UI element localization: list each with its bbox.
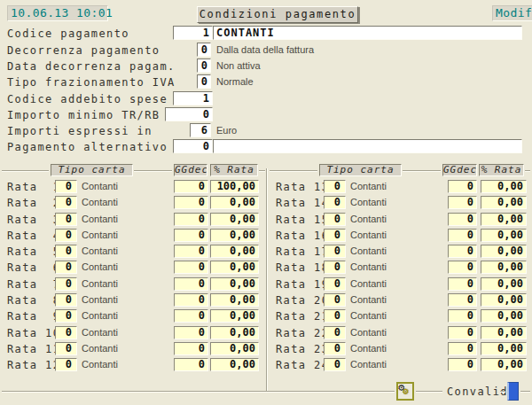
rata-pct-input[interactable]: 0,00 [210,358,259,371]
rata-tipo-carta-input[interactable]: 0 [55,180,77,193]
rata-ggdec-input[interactable]: 0 [448,229,477,242]
rata-ggdec-input[interactable]: 0 [448,342,477,355]
rata-label: Rata 14 [276,197,329,209]
tipo-frazionamento-input[interactable]: 0 [197,74,211,89]
rata-carta-text: Contanti [350,294,387,305]
rata-ggdec-input[interactable]: 0 [448,245,477,258]
data-decorrenza-desc: Non attiva [216,60,261,71]
rata-ggdec-input[interactable]: 0 [174,180,208,193]
rata-tipo-carta-input[interactable]: 0 [324,277,346,291]
rata-tipo-carta-input[interactable]: 0 [324,326,346,339]
rata-tipo-carta-input[interactable]: 0 [324,229,346,242]
rata-ggdec-input[interactable]: 0 [448,196,477,209]
column-divider [266,168,268,392]
rata-pct-input[interactable]: 0,00 [210,309,259,323]
rata-pct-input[interactable]: 100,00 [210,180,259,193]
codice-addebito-input[interactable]: 1 [173,91,213,105]
rata-ggdec-input[interactable]: 0 [448,180,477,193]
importi-espressi-input[interactable]: 6 [190,123,211,137]
rata-pct-input[interactable]: 0,00 [481,293,527,307]
rata-tipo-carta-input[interactable]: 0 [55,309,77,323]
rata-ggdec-input[interactable]: 0 [448,261,477,274]
rata-pct-input[interactable]: 0,00 [481,229,527,242]
rata-pct-input[interactable]: 0,00 [481,180,527,193]
rata-tipo-carta-input[interactable]: 0 [324,196,346,209]
rata-tipo-carta-input[interactable]: 0 [324,213,346,226]
convalida-button[interactable] [507,382,519,401]
rata-row: Rata 13 0 Contanti 0 0,00 [276,179,532,195]
rata-tipo-carta-input[interactable]: 0 [324,245,346,258]
rata-ggdec-input[interactable]: 0 [448,277,477,291]
rata-ggdec-input[interactable]: 0 [448,326,477,339]
rata-ggdec-input[interactable]: 0 [174,358,208,371]
codice-pagamento-input[interactable]: 1 [173,26,213,40]
rata-pct-input[interactable]: 0,00 [210,293,259,307]
rata-ggdec-input[interactable]: 0 [448,213,477,226]
rata-label: Rata 2 [7,197,60,209]
codice-addebito-label: Codice addebito spese [7,93,168,105]
rata-pct-input[interactable]: 0,00 [210,245,259,258]
rata-tipo-carta-input[interactable]: 0 [324,180,346,193]
rata-pct-input[interactable]: 0,00 [481,309,527,323]
title-button[interactable]: Condizioni pagamento [197,6,358,23]
data-decorrenza-input[interactable]: 0 [197,58,211,73]
rata-ggdec-input[interactable]: 0 [174,261,208,274]
rata-label: Rata 4 [7,230,60,242]
rata-tipo-carta-input[interactable]: 0 [55,326,77,339]
rata-pct-input[interactable]: 0,00 [210,277,259,291]
rata-pct-input[interactable]: 0,00 [481,342,527,355]
rata-tipo-carta-input[interactable]: 0 [55,277,77,291]
rata-pct-input[interactable]: 0,00 [210,261,259,274]
rata-tipo-carta-input[interactable]: 0 [55,213,77,226]
rata-carta-text: Contanti [82,359,118,370]
rata-pct-input[interactable]: 0,00 [481,245,527,258]
rata-label: Rata 11 [7,343,60,355]
rata-tipo-carta-input[interactable]: 0 [324,293,346,307]
rata-tipo-carta-input[interactable]: 0 [324,309,346,323]
rata-ggdec-input[interactable]: 0 [174,309,208,323]
codice-pagamento-descrizione-input[interactable]: CONTANTI [213,26,522,40]
rata-pct-input[interactable]: 0,00 [481,213,527,226]
rata-pct-input[interactable]: 0,00 [481,358,527,371]
rata-tipo-carta-input[interactable]: 0 [55,358,77,371]
rata-pct-input[interactable]: 0,00 [210,196,259,209]
rata-pct-input[interactable]: 0,00 [481,277,527,291]
pagamento-alternativo-descrizione-input[interactable] [213,139,522,153]
rata-ggdec-input[interactable]: 0 [448,309,477,323]
rata-ggdec-input[interactable]: 0 [448,293,477,307]
rata-ggdec-input[interactable]: 0 [174,342,208,355]
rata-pct-input[interactable]: 0,00 [210,213,259,226]
gears-icon[interactable]: ⚙ ⚙ [396,382,414,401]
rata-tipo-carta-input[interactable]: 0 [55,261,77,274]
rata-pct-input[interactable]: 0,00 [210,229,259,242]
rata-row: Rata 3 0 Contanti 0 0,00 [7,212,266,228]
rata-tipo-carta-input[interactable]: 0 [55,245,77,258]
rata-ggdec-input[interactable]: 0 [174,293,208,307]
rata-pct-input[interactable]: 0,00 [481,196,527,209]
rata-tipo-carta-input[interactable]: 0 [55,342,77,355]
rata-label: Rata 5 [7,245,60,258]
rata-tipo-carta-input[interactable]: 0 [55,293,77,307]
decorrenza-pagamento-input[interactable]: 0 [197,43,211,57]
rata-pct-input[interactable]: 0,00 [210,326,259,339]
rata-tipo-carta-input[interactable]: 0 [55,229,77,242]
importo-minimo-input[interactable]: 0 [165,107,213,121]
rata-ggdec-input[interactable]: 0 [174,245,208,258]
rata-ggdec-input[interactable]: 0 [174,277,208,291]
rata-tipo-carta-input[interactable]: 0 [55,196,77,209]
rata-tipo-carta-input[interactable]: 0 [324,358,346,371]
rata-ggdec-input[interactable]: 0 [174,196,208,209]
rata-ggdec-input[interactable]: 0 [174,326,208,339]
rata-pct-input[interactable]: 0,00 [210,342,259,355]
rata-pct-input[interactable]: 0,00 [481,261,527,274]
header-rule [270,170,317,172]
rata-row: Rata 24 0 Contanti 0 0,00 [276,357,532,373]
rata-label: Rata 10 [7,327,60,339]
pagamento-alternativo-input[interactable]: 0 [173,139,213,153]
rata-tipo-carta-input[interactable]: 0 [324,261,346,274]
rata-pct-input[interactable]: 0,00 [481,326,527,339]
rata-ggdec-input[interactable]: 0 [448,358,477,371]
rata-tipo-carta-input[interactable]: 0 [324,342,346,355]
rata-ggdec-input[interactable]: 0 [174,213,208,226]
rata-ggdec-input[interactable]: 0 [174,229,208,242]
